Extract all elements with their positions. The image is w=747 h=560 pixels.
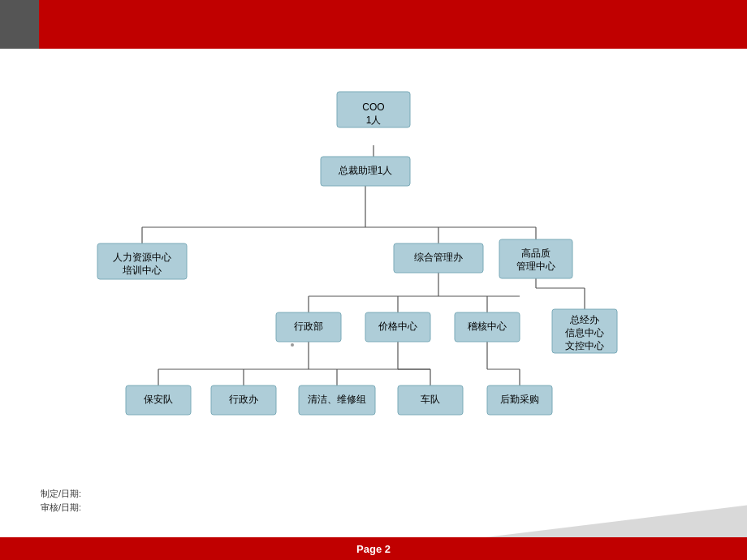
svg-text:人力资源中心: 人力资源中心 [113, 252, 171, 263]
svg-text:后勤采购: 后勤采购 [500, 394, 539, 405]
svg-text:综合管理办: 综合管理办 [414, 252, 463, 263]
footer-area: 制定/日期: 审核/日期: Page 2 [0, 479, 747, 560]
svg-text:稽核中心: 稽核中心 [468, 321, 507, 332]
svg-text:管理中心: 管理中心 [516, 261, 555, 272]
page-number: Page 2 [356, 543, 391, 555]
svg-text:清洁、维修组: 清洁、维修组 [308, 394, 366, 405]
svg-text:行政部: 行政部 [294, 321, 323, 332]
svg-text:COO: COO [362, 101, 384, 113]
header-bar [0, 0, 747, 49]
svg-text:总裁助理1人: 总裁助理1人 [338, 165, 393, 176]
svg-text:1人: 1人 [366, 114, 382, 126]
svg-text:高品质: 高品质 [521, 248, 551, 259]
header-accent [0, 0, 39, 49]
svg-text:保安队: 保安队 [144, 394, 173, 405]
svg-text:信息中心: 信息中心 [565, 327, 604, 338]
svg-text:价格中心: 价格中心 [378, 321, 417, 332]
svg-text:总经办: 总经办 [569, 314, 599, 325]
page-container: COO 1人 总裁助理1人 人力资源中心 培训中心 综合管理办 高品质 管理中心… [0, 0, 747, 560]
svg-text:车队: 车队 [421, 394, 440, 405]
svg-point-33 [291, 343, 294, 347]
审核-label: 审核/日期: [41, 501, 81, 515]
制定-label: 制定/日期: [41, 487, 81, 502]
footer-labels: 制定/日期: 审核/日期: [41, 487, 81, 515]
svg-text:文控中心: 文控中心 [565, 340, 604, 351]
svg-text:培训中心: 培训中心 [122, 265, 162, 276]
svg-text:行政办: 行政办 [229, 394, 258, 405]
org-chart: COO 1人 总裁助理1人 人力资源中心 培训中心 综合管理办 高品质 管理中心… [0, 57, 747, 495]
